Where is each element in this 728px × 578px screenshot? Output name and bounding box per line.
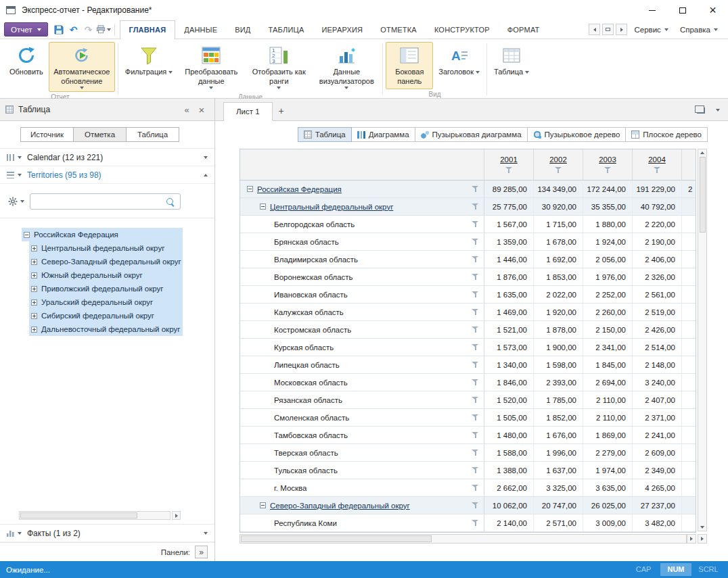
row-header-cell[interactable]: Республика Коми [240, 514, 467, 531]
value-cell[interactable]: 2 190,00 [633, 233, 682, 250]
filter-button[interactable]: Фильтрация [121, 42, 177, 80]
row-filter-button[interactable] [467, 497, 484, 514]
tab-вид[interactable]: ВИД [226, 20, 259, 39]
column-filter-icon[interactable] [654, 167, 661, 174]
value-cell[interactable]: 1 446,00 [484, 251, 534, 268]
minimize-button[interactable] [637, 1, 667, 20]
row-filter-button[interactable] [467, 180, 484, 197]
value-cell[interactable]: 2 609,00 [633, 444, 682, 461]
value-cell[interactable]: 3 635,00 [583, 479, 633, 496]
sidebar-tab-отметка[interactable]: Отметка [73, 127, 127, 142]
row-header-cell[interactable]: Белгородская область [240, 216, 467, 233]
value-cell[interactable]: 1 852,00 [534, 409, 583, 426]
value-cell[interactable]: 1 878,00 [534, 321, 583, 338]
sidebar-tab-источник[interactable]: Источник [20, 127, 74, 142]
scrollbar-track[interactable] [240, 534, 687, 544]
row-header-cell[interactable]: Курская область [240, 339, 467, 356]
expand-box-icon[interactable] [31, 245, 37, 251]
tree-item[interactable]: Дальневосточный федеральный округ [29, 322, 183, 336]
value-cell[interactable]: 2 406,00 [633, 251, 682, 268]
row-filter-button[interactable] [467, 304, 484, 320]
scroll-tabs-left-button[interactable] [589, 24, 600, 35]
row-filter-button[interactable] [467, 268, 484, 285]
auto-refresh-toggle[interactable]: Автоматическое обновление [49, 42, 115, 92]
view-button-chart[interactable]: Диаграмма [351, 127, 415, 142]
expand-section-icon[interactable] [204, 156, 208, 159]
tree-item[interactable]: Приволжский федеральный округ [29, 282, 183, 295]
scroll-right-button[interactable] [687, 534, 696, 544]
tab-формат[interactable]: ФОРМАТ [499, 20, 549, 39]
scroll-up-icon[interactable] [700, 151, 704, 154]
tree-item[interactable]: Сибирский федеральный округ [29, 309, 183, 322]
value-cell[interactable]: 2 241,00 [633, 427, 682, 443]
row-header-cell[interactable]: Костромская область [240, 321, 467, 338]
float-panel-icon[interactable] [697, 107, 705, 114]
refresh-button[interactable]: Обновить [5, 42, 47, 80]
value-cell[interactable]: 1 869,00 [583, 427, 633, 443]
value-cell[interactable]: 1 920,00 [534, 304, 583, 320]
row-filter-button[interactable] [467, 479, 484, 496]
scroll-right-button[interactable] [172, 511, 181, 520]
value-cell[interactable]: 2 148,00 [633, 356, 682, 373]
value-cell[interactable]: 1 520,00 [484, 391, 534, 408]
value-cell[interactable]: 1 388,00 [484, 462, 534, 479]
add-sheet-button[interactable] [273, 101, 290, 120]
value-cell[interactable]: 30 920,00 [534, 198, 583, 215]
value-cell[interactable]: 3 009,00 [583, 514, 633, 531]
value-cell[interactable]: 2 571,00 [534, 514, 583, 531]
tree-item[interactable]: Российская Федерация [22, 228, 183, 241]
value-cell[interactable]: 1 676,00 [534, 427, 583, 443]
tab-конструктор[interactable]: КОНСТРУКТОР [426, 20, 499, 39]
value-cell[interactable]: 2 341,00 [583, 339, 633, 356]
row-header-cell[interactable]: Рязанская область [240, 391, 467, 408]
chevron-down-icon[interactable] [18, 174, 22, 176]
horizontal-scrollbar[interactable] [240, 534, 728, 544]
value-cell[interactable]: 1 521,00 [484, 321, 534, 338]
corner-scroll-button[interactable] [698, 534, 707, 544]
value-cell[interactable]: 2 110,00 [583, 409, 633, 426]
value-cell[interactable]: 2 662,00 [484, 479, 534, 496]
dimension-facts[interactable]: Факты (1 из 2) [0, 525, 214, 542]
row-header-cell[interactable]: Ивановская область [240, 286, 467, 303]
value-cell[interactable]: 1 876,00 [484, 268, 534, 285]
value-cell[interactable]: 172 244,00 [583, 180, 633, 197]
column-header-2001[interactable]: 2001 [484, 149, 534, 180]
value-cell[interactable]: 2 022,00 [534, 286, 583, 303]
value-cell[interactable]: 3 325,00 [534, 479, 583, 496]
column-filter-icon[interactable] [505, 167, 513, 174]
value-cell[interactable]: 1 637,00 [534, 462, 583, 479]
header-button[interactable]: A Заголовок [434, 42, 484, 80]
scroll-down-icon[interactable] [700, 526, 704, 529]
view-button-table[interactable]: Таблица [298, 127, 352, 142]
value-cell[interactable]: 2 407,00 [633, 391, 682, 408]
value-cell[interactable]: 10 062,00 [484, 497, 534, 514]
collapse-box-icon[interactable] [247, 186, 253, 192]
tab-иерархия[interactable]: ИЕРАРХИЯ [313, 20, 371, 39]
collapse-box-icon[interactable] [24, 232, 30, 238]
value-cell[interactable]: 1 785,00 [534, 391, 583, 408]
row-filter-button[interactable] [467, 444, 484, 461]
value-cell[interactable]: 2 140,00 [484, 514, 534, 531]
value-cell[interactable]: 3 482,00 [633, 514, 682, 531]
value-cell[interactable]: 2 694,00 [583, 374, 633, 391]
expand-box-icon[interactable] [31, 286, 37, 292]
value-cell[interactable]: 2 514,00 [633, 339, 682, 356]
value-cell[interactable]: 2 150,00 [583, 321, 633, 338]
chevron-down-icon[interactable] [716, 109, 720, 112]
collapse-box-icon[interactable] [260, 502, 266, 508]
value-cell[interactable]: 1 715,00 [534, 216, 583, 233]
collapse-section-icon[interactable] [204, 174, 208, 176]
column-header-2002[interactable]: 2002 [534, 149, 583, 180]
tree-item[interactable]: Южный федеральный округ [29, 268, 183, 282]
search-input[interactable] [30, 194, 180, 209]
value-cell[interactable]: 1 469,00 [484, 304, 534, 320]
value-cell[interactable]: 1 845,00 [583, 356, 633, 373]
value-cell[interactable]: 2 561,00 [633, 286, 682, 303]
side-panel-toggle[interactable]: Боковая панель [386, 42, 433, 89]
row-filter-button[interactable] [467, 251, 484, 268]
row-header-cell[interactable]: Липецкая область [240, 356, 467, 373]
transform-data-button[interactable]: Преобразовать данные [178, 42, 244, 92]
chevron-down-icon[interactable] [18, 532, 22, 535]
row-header-cell[interactable]: Смоленская область [240, 409, 467, 426]
row-filter-button[interactable] [467, 339, 484, 356]
